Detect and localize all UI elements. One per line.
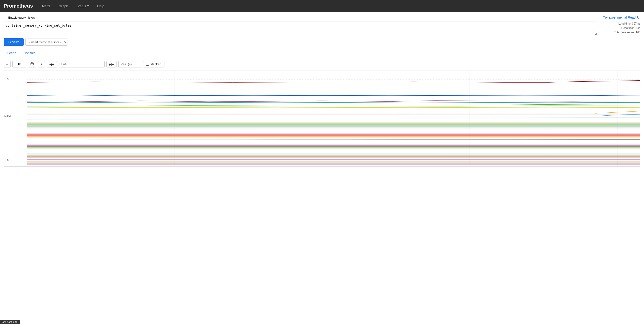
metric-select[interactable]: - insert metric at cursor -: [26, 39, 68, 46]
stacked-button[interactable]: stacked: [143, 61, 164, 68]
svg-rect-0: [31, 63, 34, 65]
status-bar: localhost:9090: [0, 320, 20, 324]
enable-query-history-label[interactable]: Enable query history: [4, 16, 36, 19]
navbar-brand: Prometheus: [4, 3, 33, 9]
stacked-label: stacked: [150, 62, 161, 66]
y-label-1g: 1G: [5, 78, 9, 81]
back-button[interactable]: ◀◀: [47, 61, 57, 68]
stat-resolution: Resolution: 14s: [599, 26, 640, 30]
calendar-button[interactable]: [28, 61, 36, 68]
enable-query-history-checkbox[interactable]: [4, 16, 7, 19]
svg-line-15: [26, 117, 640, 117]
stat-total-series: Total time series: 166: [599, 30, 640, 35]
tabs: Graph Console: [4, 49, 640, 57]
stats-box: Load time: 367ms Resolution: 14s Total t…: [599, 22, 640, 35]
navbar-dropdown-status[interactable]: Status: [74, 3, 91, 9]
chart-svg: [4, 71, 640, 166]
stacked-icon: [146, 63, 149, 66]
query-textarea[interactable]: container_memory_working_set_bytes: [4, 22, 597, 35]
chart-area: 1G 500M 0: [4, 70, 640, 167]
duration-input[interactable]: [12, 61, 26, 68]
zoom-in-button[interactable]: +: [38, 61, 45, 68]
res-input[interactable]: [118, 61, 141, 68]
until-input[interactable]: [59, 61, 104, 68]
status-url: localhost:9090: [2, 320, 18, 323]
calendar-icon: [30, 62, 34, 65]
forward-button[interactable]: ▶▶: [106, 61, 116, 68]
execute-button[interactable]: Execute: [4, 38, 24, 46]
query-section: container_memory_working_set_bytes Load …: [4, 22, 640, 36]
svg-line-39: [26, 139, 640, 140]
navbar-link-graph[interactable]: Graph: [57, 3, 70, 9]
tab-graph[interactable]: Graph: [4, 49, 20, 57]
svg-line-18: [26, 120, 640, 120]
graph-controls: − + ◀◀ ▶▶ stacked: [4, 61, 640, 68]
execute-row: Execute - insert metric at cursor -: [4, 38, 640, 46]
query-textarea-wrapper: container_memory_working_set_bytes: [4, 22, 597, 36]
try-react-link[interactable]: Try experimental React UI: [603, 16, 640, 19]
navbar: Prometheus Alerts Graph Status Help: [0, 0, 644, 12]
navbar-link-help[interactable]: Help: [96, 3, 106, 9]
zoom-out-button[interactable]: −: [4, 61, 10, 68]
navbar-link-alerts[interactable]: Alerts: [40, 3, 52, 9]
top-bar: Enable query history Try experimental Re…: [4, 16, 640, 19]
stat-load-time: Load time: 367ms: [599, 22, 640, 26]
y-label-0: 0: [7, 159, 8, 162]
y-label-500m: 500M: [4, 115, 11, 117]
tab-console[interactable]: Console: [20, 49, 39, 57]
main-content: Enable query history Try experimental Re…: [0, 12, 644, 324]
